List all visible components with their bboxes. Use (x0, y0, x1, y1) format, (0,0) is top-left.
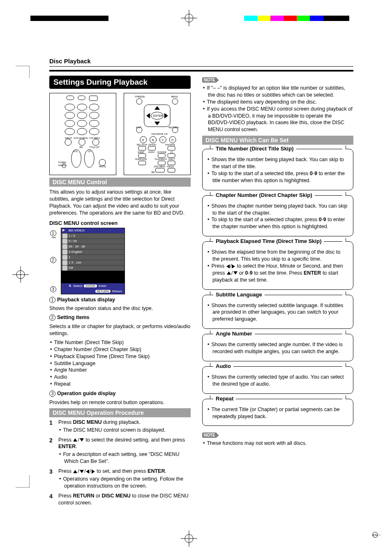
remote-diagram-right: FREEZE MENU ENTER EXIT RETURN FAVORITE C… (124, 93, 191, 175)
svg-text:POP-UP MENU: POP-UP MENU (74, 137, 88, 139)
option-title: Subtitle Language (213, 291, 265, 298)
step-1: 1 Press DISC MENU during playback. The D… (49, 419, 191, 434)
svg-point-21 (65, 128, 75, 135)
option-box: AudioShows the currently selected type o… (202, 366, 353, 394)
time-icon (62, 244, 67, 249)
angle-icon (62, 255, 67, 260)
svg-point-17 (89, 112, 99, 119)
option-item: Shows the currently selected type of aud… (212, 374, 349, 388)
svg-marker-46 (155, 122, 160, 125)
svg-rect-62 (158, 161, 165, 165)
option-items: Shows the chapter number being played ba… (207, 203, 349, 231)
option-title: Chapter Number (Direct Chapter Skip) (213, 192, 315, 198)
subsection-menu-control: DISC MENU Control (49, 178, 191, 187)
crop-mark-bottom (181, 530, 197, 547)
svg-point-15 (65, 112, 75, 119)
title-icon (62, 234, 67, 238)
svg-text:C: C (161, 139, 164, 141)
registration-bar-right (244, 16, 349, 21)
up-arrow-icon (73, 470, 77, 473)
option-items: Shows the elapsed time from the beginnin… (207, 249, 349, 283)
svg-point-25 (79, 139, 85, 146)
svg-point-20 (89, 120, 99, 127)
svg-rect-55 (138, 146, 146, 150)
option-items: Shows the currently selected type of aud… (207, 374, 349, 388)
svg-text:TOP MENU: TOP MENU (89, 137, 100, 139)
svg-text:FLASHBACK: FLASHBACK (155, 158, 167, 160)
crop-mark-left (12, 266, 29, 283)
svg-text:MUTE: MUTE (99, 165, 106, 168)
svg-text:INPUT: INPUT (65, 137, 72, 139)
svg-point-26 (92, 139, 99, 146)
repeat-icon (62, 266, 67, 271)
option-item: Shows the currently selected subtitle la… (212, 302, 349, 323)
menu-control-para: This allows you to adjust various settin… (49, 189, 191, 217)
svg-point-18 (65, 120, 75, 127)
svg-text:D: D (171, 139, 173, 141)
notes-list-1: If "– –" is displayed for an option like… (202, 85, 353, 133)
callout-3-icon: 3 (50, 286, 56, 292)
svg-rect-58 (138, 154, 146, 158)
option-box: RepeatThe current Title (or Chapter) or … (202, 399, 353, 426)
svg-point-41 (136, 99, 142, 104)
svg-text:AV MODE: AV MODE (157, 151, 167, 153)
item-2: 2Setting items (49, 314, 191, 321)
svg-text:FREEZE: FREEZE (135, 95, 145, 98)
svg-rect-63 (168, 161, 175, 165)
option-box: Title Number (Direct Title Skip)Shows th… (202, 149, 353, 190)
subsection-op-procedure: DISC MENU Operation Procedure (49, 408, 191, 417)
svg-text:SURROUND: SURROUND (135, 158, 147, 160)
option-title: Audio (213, 363, 233, 369)
item-2-list: Title Number (Direct Title Skip) Chapter… (49, 339, 191, 388)
remote-diagrams: INPUT POP-UP MENU TOP MENU BD TITLE LIST… (49, 93, 191, 175)
note-badge: NOTE (202, 77, 217, 83)
item-1-body: Shows the operation status and the disc … (49, 305, 191, 312)
subtitle-icon (62, 250, 67, 254)
svg-text:SLEEP: SLEEP (138, 151, 145, 153)
svg-rect-60 (168, 154, 175, 158)
right-arrow-icon (232, 264, 235, 268)
svg-text:BD: BD (80, 146, 83, 148)
svg-text:A: A (142, 139, 144, 141)
svg-text:FAVORITE CH: FAVORITE CH (152, 133, 168, 135)
note-badge-2: NOTE (202, 432, 217, 438)
svg-point-23 (89, 128, 99, 135)
callout-1-icon: 1 (50, 230, 56, 236)
locale-icon: EN (372, 532, 378, 538)
svg-rect-65 (168, 168, 175, 172)
svg-text:MENU: MENU (171, 95, 178, 98)
svg-point-24 (65, 139, 71, 146)
step-3: 3 Press /// to set, and then press ENTER… (49, 468, 191, 490)
crop-mark-top (181, 10, 197, 26)
svg-rect-59 (158, 154, 165, 158)
svg-marker-47 (147, 113, 150, 118)
option-box: Playback Elapsed Time (Direct Time Skip)… (202, 241, 353, 289)
step-2: 2 Press / to select the desired setting,… (49, 437, 191, 465)
column-right: NOTE If "– –" is displayed for an option… (202, 76, 353, 509)
up-down-icon: ⇅ (69, 284, 71, 288)
option-item: Shows the chapter number being played ba… (212, 203, 349, 217)
svg-text:CH: CH (88, 150, 91, 153)
item-2-body: Selects a title or chapter for playback,… (49, 323, 191, 337)
screen-title: BD-VIDEO (69, 229, 85, 232)
option-item: To skip to the start of a selected title… (212, 170, 349, 184)
svg-point-12 (65, 104, 75, 111)
svg-rect-10 (78, 96, 85, 100)
svg-rect-56 (148, 146, 156, 150)
svg-point-16 (77, 112, 87, 119)
option-title: Playback Elapsed Time (Direct Time Skip) (213, 238, 324, 244)
option-item: Press / to select the Hour, Minute or Se… (212, 263, 349, 284)
down-arrow-icon (80, 470, 84, 473)
breadcrumb: Disc Playback (49, 58, 353, 65)
section-title: Settings During Playback (49, 76, 191, 89)
right-arrow-icon (92, 469, 95, 474)
svg-rect-11 (89, 96, 97, 101)
svg-text:OPTION: OPTION (148, 144, 156, 146)
svg-text:CC: CC (170, 151, 173, 153)
page-marker: EN - (372, 532, 380, 538)
option-items: Shows the currently selected angle numbe… (207, 341, 349, 355)
svg-text:AUDIO: AUDIO (148, 151, 155, 153)
remote-diagram-left: INPUT POP-UP MENU TOP MENU BD TITLE LIST… (49, 93, 116, 175)
procedure-steps: 1 Press DISC MENU during playback. The D… (49, 419, 191, 506)
item-3-body: Provides help on remote control button o… (49, 399, 191, 406)
